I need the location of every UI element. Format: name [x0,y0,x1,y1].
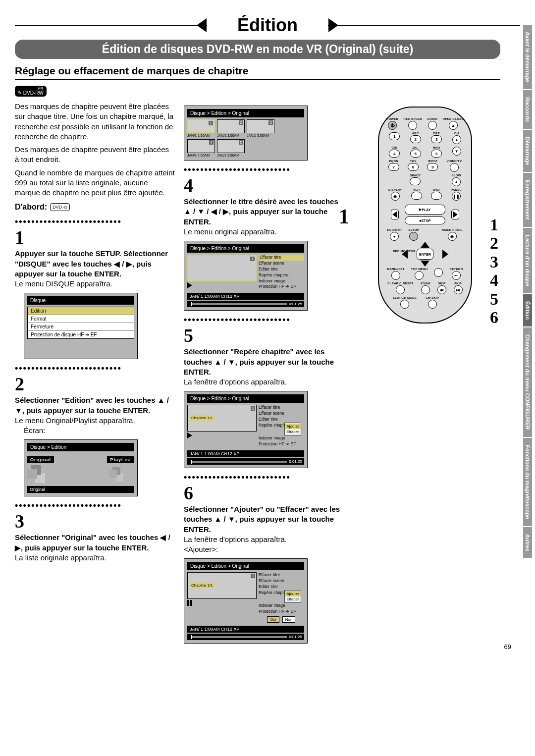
step1-num: 1 [15,228,175,247]
cmskip-button[interactable] [428,300,437,309]
play-button[interactable]: ▶ PLAY [405,205,445,215]
osd-item-protection: Protection de disque HF ➔ EF [28,331,134,338]
section-heading: Réglage ou effacement de marques de chap… [15,65,500,80]
search-button[interactable] [400,300,409,309]
tab-configurer: Changement du menu CONFIGURER [523,327,532,438]
menulist-button[interactable] [391,271,400,280]
callout-1: 1 [339,205,349,228]
step3-num: 3 [15,512,175,531]
rew-button[interactable] [391,210,399,219]
dots: •••••••••••••••••••••••••• [15,500,175,511]
blank-button[interactable] [434,268,443,277]
step3-desc: La liste originale apparaîtra. [15,553,175,563]
num-1[interactable]: 1 [389,132,400,140]
column-right: 1 123 456 POWER⏻ REC SPEED AUDIO OPEN/CL… [353,102,497,646]
column-mid: Disque > Edition > Original 1JAN/1 1:00A… [184,102,344,646]
dots: •••••••••••••••••••••••••• [15,216,175,227]
power-button[interactable]: ⏻ [388,121,397,130]
openclose-button[interactable]: ▲ [449,121,458,130]
pause-button[interactable]: ❚❚ [452,192,461,201]
page-number: 69 [504,643,511,650]
slow-button[interactable]: ● [452,177,461,186]
osd-title3: Disque > Edition > Original 1Chapitre 1/… [184,558,308,644]
skipb-button[interactable]: ⏮ [437,285,446,294]
page-title: Édition [232,15,303,36]
arrow-right[interactable] [442,250,448,259]
side-tabs: Avant le démarrage Raccords Démarrage En… [523,25,532,559]
clear-button[interactable] [396,285,405,294]
step2-desc: Le menu Original/Playlist apparaîtra. [15,416,175,426]
arrow-up[interactable] [421,242,429,248]
dots: •••••••••••••••••••••••••• [15,363,175,374]
vcr-button[interactable] [411,192,422,200]
step1-desc: Le menu DISQUE apparaîtra. [15,279,175,289]
num-3[interactable]: 3 [431,135,442,143]
dots: •••••••••••••••••••••••••• [184,472,344,483]
step6-num: 6 [184,484,344,502]
dabord-label: D'abord: [15,203,47,212]
step6-ajouter: <Ajouter>: [184,544,344,554]
tab-lecture: Lecture d'un disque [523,228,532,294]
num-8[interactable]: 8 [408,163,419,171]
osd-edition: Disque > Edition Original PlayList Origi… [24,439,138,496]
dvdrw-badge: VR ✎ DVD-RW [15,86,47,97]
osd-disque: Disque Edition Format Fermeture Protecti… [24,293,138,359]
dpad: REC MONITOR ENTER [393,243,457,266]
ch-down[interactable]: ▼ [452,147,461,156]
step5-num: 5 [184,326,344,345]
step4-num: 4 [184,176,344,195]
ch-up[interactable]: ▲ [452,135,461,144]
rec-button[interactable]: ● [390,232,399,241]
title-banner: Édition [15,15,520,36]
osd-thumbs-header: Disque > Edition > Original [187,109,304,117]
num-stack: 123 456 [490,216,498,326]
intro-p3: Quand le nombre de marques de chapitre a… [15,168,175,198]
column-left: Des marques de chapitre peuvent être pla… [15,102,175,646]
intro-p2: Des marques de chapitre peuvent être pla… [15,145,175,165]
recspeed-button[interactable] [408,121,417,130]
tab-edition: Édition [523,294,532,327]
osd-edition-header: Disque > Edition [27,443,134,451]
osd-title1: Disque > Edition > Original 1 Effacer ti… [184,241,308,311]
dvd-button[interactable] [431,192,442,200]
arrow-left[interactable] [402,250,408,259]
num-0[interactable] [410,177,421,185]
step4-bold: Sélectionner le titre désiré avec les to… [184,197,344,227]
tab-demarrage: Démarrage [523,130,532,173]
osd-edition-footer: Original [27,486,134,493]
step2-ecran: Écran: [24,426,175,435]
step3-bold: Sélectionner "Original" avec les touches… [15,533,175,553]
step4-desc: Le menu original apparaîtra. [184,227,344,237]
osd-item-format: Format [28,315,134,323]
num-2[interactable]: 2 [410,135,421,143]
num-4[interactable]: 4 [389,150,400,158]
display-button[interactable]: ◉ [391,192,400,201]
skipf-button[interactable]: ⏭ [454,285,463,294]
zoom-button[interactable] [421,285,430,294]
intro-p1: Des marques de chapitre peuvent être pla… [15,102,175,142]
osd-title2: Disque > Edition > Original 1Chapitre 1/… [184,391,308,468]
num-5[interactable]: 5 [410,150,421,158]
osd-playlist-label: PlayList [107,456,134,463]
setup-button[interactable] [409,232,418,241]
tab-autres: Autres [523,527,532,559]
step1-bold: Appuyer sur la touche SETUP. Sélectionne… [15,249,175,279]
remote-control: POWER⏻ REC SPEED AUDIO OPEN/CLOSE▲ 1 ABC… [378,107,472,324]
arrow-down[interactable] [421,261,429,267]
return-button[interactable]: ↩ [452,271,461,280]
enter-button[interactable]: ENTER [417,249,433,260]
stop-button[interactable]: ■ STOP [405,216,445,224]
num-6[interactable]: 6 [431,150,442,158]
timer-button[interactable]: ◉ [448,232,457,241]
num-9[interactable]: 9 [427,163,438,171]
audio-button[interactable] [428,121,437,130]
videotv-button[interactable] [450,163,459,172]
topmenu-button[interactable] [415,271,424,280]
num-7[interactable]: 7 [388,163,399,171]
subtitle-bar: Édition de disques DVD-RW en mode VR (Or… [15,40,500,59]
step5-desc: La fenêtre d'options apparaîtra. [184,377,344,387]
tab-enreg: Enregistrement [523,173,532,228]
step6-desc: La fenêtre d'options apparaîtra. [184,535,344,544]
step2-bold: Sélectionner "Edition" avec les touches … [15,395,175,416]
ff-button[interactable] [451,210,459,219]
